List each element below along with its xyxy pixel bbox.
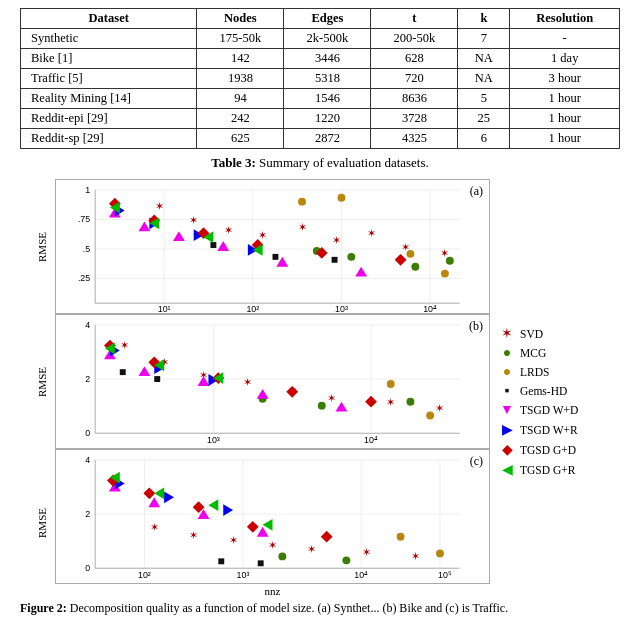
svg-text:10³: 10³	[207, 435, 220, 445]
table-cell: 3728	[371, 109, 458, 129]
svg-point-28	[347, 253, 355, 261]
x-axis-label: nnz	[55, 585, 490, 597]
legend-area: ✶SVD●MCG●LRDS▪Gems-HD▼TSGD W+D▶TSGD W+R◆…	[490, 179, 620, 597]
svg-point-31	[298, 198, 306, 206]
table-cell: Reddit-sp [29]	[21, 129, 197, 149]
svg-text:10¹: 10¹	[158, 304, 171, 313]
legend-item: ▪Gems-HD	[498, 383, 620, 399]
svg-marker-142	[208, 499, 218, 511]
legend-label: TSGD W+D	[520, 404, 578, 416]
svg-text:4: 4	[85, 320, 90, 330]
svg-marker-41	[217, 241, 229, 251]
svg-text:10⁵: 10⁵	[438, 570, 452, 580]
svg-text:0: 0	[85, 428, 90, 438]
svg-marker-53	[395, 254, 407, 266]
svg-text:✶: ✶	[386, 396, 395, 408]
legend-label: Gems-HD	[520, 385, 567, 397]
svg-text:10³: 10³	[237, 570, 250, 580]
legend-marker: ▪	[498, 383, 516, 399]
table-cell: 4325	[371, 129, 458, 149]
svg-point-33	[406, 250, 414, 258]
svg-text:✶: ✶	[298, 221, 307, 233]
plots-area: RMSE (a)	[20, 179, 490, 597]
svg-marker-96	[365, 396, 377, 408]
svg-marker-129	[148, 497, 160, 507]
legend-label: LRDS	[520, 366, 549, 378]
svg-rect-82	[120, 369, 126, 375]
svg-text:✶: ✶	[435, 402, 444, 414]
svg-rect-36	[273, 254, 279, 260]
table-cell: 8636	[371, 89, 458, 109]
svg-rect-83	[154, 376, 160, 382]
svg-marker-133	[164, 491, 174, 503]
table-cell: 1546	[284, 89, 371, 109]
svg-marker-88	[336, 402, 348, 412]
svg-text:0: 0	[85, 563, 90, 573]
table-cell: 7	[458, 29, 510, 49]
col-header-edges: Edges	[284, 9, 371, 29]
svg-point-78	[318, 402, 326, 410]
table-cell: 2872	[284, 129, 371, 149]
svg-text:✶: ✶	[327, 392, 336, 404]
svg-text:✶: ✶	[367, 227, 376, 239]
svg-text:.5: .5	[83, 244, 90, 254]
svg-marker-131	[257, 527, 269, 537]
table-cell: 242	[197, 109, 284, 129]
figure-container: RMSE (a)	[20, 179, 620, 597]
svg-text:.75: .75	[78, 214, 90, 224]
plot-label-c: (c)	[470, 454, 483, 469]
table-cell: 175-50k	[197, 29, 284, 49]
svg-rect-127	[258, 560, 264, 566]
svg-text:✶: ✶	[229, 534, 238, 546]
svg-point-123	[342, 556, 350, 564]
plot-label-b: (b)	[469, 319, 483, 334]
svg-point-125	[436, 550, 444, 558]
plot-panel-c: (c) 4 2 0 10² 10³	[55, 449, 490, 584]
table-cell: Traffic [5]	[21, 69, 197, 89]
svg-marker-141	[154, 487, 164, 499]
legend-item: ●LRDS	[498, 364, 620, 380]
svg-text:✶: ✶	[440, 247, 449, 259]
table-cell: 1220	[284, 109, 371, 129]
page: Dataset Nodes Edges t k Resolution Synth…	[0, 0, 640, 624]
table-caption-rest: Summary of evaluation datasets.	[256, 155, 429, 170]
legend-marker: ▼	[498, 402, 516, 418]
table-cell: NA	[458, 69, 510, 89]
col-header-nodes: Nodes	[197, 9, 284, 29]
table-cell: 200-50k	[371, 29, 458, 49]
svg-text:10⁴: 10⁴	[423, 304, 437, 313]
svg-text:✶: ✶	[189, 214, 198, 226]
table-cell: 628	[371, 49, 458, 69]
legend-marker: ◀	[498, 461, 516, 478]
svg-text:✶: ✶	[332, 234, 341, 246]
svg-marker-87	[257, 389, 269, 399]
legend-label: SVD	[520, 328, 543, 340]
legend-item: ✶SVD	[498, 325, 620, 342]
svg-marker-143	[263, 519, 273, 531]
table-cell: 1 hour	[510, 109, 620, 129]
col-header-k: k	[458, 9, 510, 29]
legend-label: TGSD G+D	[520, 444, 576, 456]
table-cell: 625	[197, 129, 284, 149]
svg-marker-43	[355, 267, 367, 277]
svg-text:✶: ✶	[120, 339, 129, 351]
svg-text:✶: ✶	[243, 376, 252, 388]
table-cell: 25	[458, 109, 510, 129]
legend-marker: ●	[498, 345, 516, 361]
svg-marker-139	[321, 531, 333, 543]
legend-label: TGSD G+R	[520, 464, 575, 476]
plot-panel-a: (a) 1	[55, 179, 490, 314]
svg-text:10⁴: 10⁴	[354, 570, 368, 580]
y-axis-label-a: RMSE	[36, 232, 48, 262]
svg-text:10⁴: 10⁴	[364, 435, 378, 445]
svg-rect-37	[332, 257, 338, 263]
table-cell: 142	[197, 49, 284, 69]
legend-marker: ✶	[498, 325, 516, 342]
svg-point-80	[387, 380, 395, 388]
legend-item: ◆TGSD G+D	[498, 441, 620, 458]
table-cell: 6	[458, 129, 510, 149]
legend-marker: ●	[498, 364, 516, 380]
svg-text:✶: ✶	[155, 200, 164, 212]
plot-svg-b: 4 2 0 10³ 10⁴ ✶ ✶ ✶ ✶ ✶ ✶ ✶ ✶	[56, 315, 489, 448]
table-cell: 1938	[197, 69, 284, 89]
